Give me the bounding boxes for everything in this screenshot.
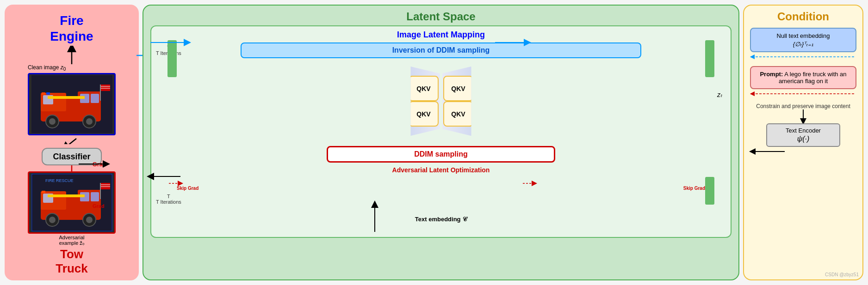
svg-point-29 [49, 217, 56, 223]
clean-image-box [28, 73, 116, 135]
left-section: Fire Engine Clean image z0 [5, 5, 139, 280]
null-text-box: Null text embedding {∅ₜ}ᵀₜ₌₁ [750, 28, 856, 52]
arrow-encoder-to-embedding [748, 147, 859, 165]
main-container: Fire Engine Clean image z0 [0, 0, 868, 285]
svg-rect-17 [42, 92, 45, 95]
constrain-text: Constrain and preserve image content [752, 103, 854, 109]
qkv-box-4: QKV [443, 101, 473, 127]
green-bar-right-bottom [705, 177, 714, 205]
null-text-math: {∅ₜ}ᵀₜ₌₁ [755, 41, 852, 48]
arrow-constrain-down [799, 109, 808, 123]
svg-text:FIRE RESCUE: FIRE RESCUE [45, 178, 74, 183]
condition-title: Condition [777, 10, 829, 23]
middle-section: Latent Space Image Latent Mapping Invers… [143, 5, 739, 280]
adv-label: Adversarial example z̄₀ [28, 235, 116, 246]
page-left-1: QKV QKV [408, 67, 440, 136]
grad-label-2: Grad [93, 203, 105, 209]
arrow-null-to-bar [748, 52, 859, 61]
green-bar-right-top [705, 40, 714, 77]
svg-rect-38 [42, 191, 45, 193]
text-encoder-box: Text Encoder ψ(·) [766, 123, 840, 147]
arrow-classifier-to-adv [79, 159, 111, 173]
text-embedding-label: Text embedding 𝒞 [415, 215, 467, 223]
svg-rect-12 [100, 85, 101, 101]
ddim-inversion-box: Inversion of DDIM sampling [241, 42, 641, 58]
tow-truck-title: Tow Truck [56, 247, 87, 276]
svg-point-9 [49, 118, 56, 125]
fire-engine-title: Fire Engine [50, 13, 93, 44]
clean-image-label: Clean image z0 [28, 64, 116, 72]
svg-rect-25 [91, 192, 99, 201]
svg-rect-16 [48, 96, 85, 99]
arrow-clean-to-classifier [60, 136, 83, 145]
svg-point-11 [86, 118, 93, 125]
fire-truck-svg [31, 75, 112, 133]
skip-grad-1: Skip Grad [177, 186, 198, 191]
ddim-sampling-box: DDIM sampling [327, 146, 555, 163]
prompt-label: Prompt: [760, 71, 783, 78]
right-section: Condition Null text embedding {∅ₜ}ᵀₜ₌₁ P… [743, 5, 863, 280]
null-text-label: Null text embedding [755, 32, 852, 39]
arrow-prompt-to-zt [748, 89, 859, 98]
ilm-title: Image Latent Mapping [155, 30, 727, 40]
prompt-text: A lego fire truck with an american flag … [779, 71, 847, 85]
svg-point-31 [86, 217, 93, 223]
clean-image-container: Clean image z0 [28, 64, 116, 135]
svg-line-19 [65, 139, 76, 145]
ilm-box: Image Latent Mapping Inversion of DDIM s… [150, 25, 732, 238]
psi-label: ψ(·) [774, 135, 832, 143]
qkv-box-1: QKV [409, 76, 439, 101]
svg-rect-36 [48, 194, 85, 197]
adv-truck-svg: FIRE RESCUE [31, 174, 112, 231]
text-encoder-label: Text Encoder [774, 127, 832, 134]
page-right-1: QKV QKV [442, 67, 475, 136]
svg-rect-18 [46, 92, 50, 95]
qkv-box-3: QKV [443, 76, 473, 101]
zt-label: zₜ [717, 91, 722, 98]
svg-rect-13 [101, 85, 110, 91]
svg-rect-33 [101, 183, 110, 189]
adv-image-box: FIRE RESCUE [28, 171, 116, 234]
qkv-box-2: QKV [409, 101, 439, 127]
arrow-up-to-fire-engine [67, 46, 76, 64]
latent-space-title: Latent Space [150, 10, 732, 23]
t-iterations-2: T T Iterations [156, 194, 181, 205]
green-bar-left [167, 40, 177, 77]
svg-rect-5 [91, 94, 99, 103]
skip-grad-2: Skip Grad [683, 186, 705, 191]
svg-rect-32 [100, 183, 101, 199]
watermark: CSDN @zbyz51 [825, 272, 859, 277]
prompt-box: Prompt: A lego fire truck with an americ… [750, 66, 856, 89]
adv-latent-title: Adversarial Latent Optimization [155, 166, 727, 174]
